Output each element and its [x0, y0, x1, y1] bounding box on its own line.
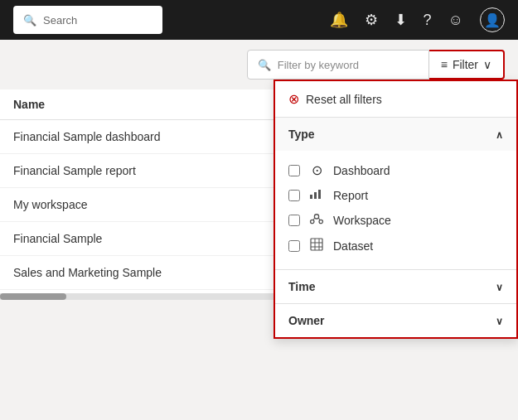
filter-chevron-icon: ∨ — [483, 58, 491, 71]
svg-line-8 — [318, 218, 320, 220]
search-placeholder: Search — [43, 14, 77, 27]
svg-point-5 — [311, 220, 314, 223]
filter-keyword-input[interactable]: 🔍 Filter by keyword — [247, 50, 429, 80]
time-section-label: Time — [288, 280, 315, 293]
svg-rect-9 — [311, 239, 322, 250]
dataset-checkbox[interactable] — [288, 240, 300, 252]
dataset-label: Dataset — [333, 239, 373, 253]
svg-rect-3 — [322, 188, 323, 200]
filter-button[interactable]: ≡ Filter ∨ — [429, 50, 505, 80]
type-section-header[interactable]: Type — [275, 118, 516, 151]
type-section: Type ⊙ Dashboard — [275, 118, 516, 270]
filter-option-report[interactable]: Report — [288, 183, 503, 208]
reset-label: Reset all filters — [306, 93, 382, 106]
svg-rect-0 — [310, 195, 312, 199]
svg-rect-1 — [314, 192, 317, 199]
report-checkbox[interactable] — [288, 190, 300, 201]
owner-chevron-down-icon — [496, 314, 503, 327]
svg-point-4 — [314, 215, 318, 219]
time-section-header[interactable]: Time — [275, 270, 516, 304]
top-navigation: 🔍 Search 🔔 ⚙ ⬇ ? ☺ 👤 — [0, 0, 518, 40]
workspace-checkbox[interactable] — [288, 215, 300, 226]
filter-lines-icon: ≡ — [441, 58, 448, 71]
dataset-icon — [308, 238, 325, 254]
filter-panel: ⊗ Reset all filters Type ⊙ Dashboard — [274, 80, 518, 339]
filter-option-workspace[interactable]: Workspace — [288, 208, 503, 233]
workspace-label: Workspace — [333, 214, 391, 227]
search-icon: 🔍 — [23, 14, 36, 27]
reset-filters-button[interactable]: ⊗ Reset all filters — [275, 81, 516, 118]
dashboard-icon: ⊙ — [308, 162, 325, 178]
type-section-label: Type — [288, 128, 315, 141]
search-box[interactable]: 🔍 Search — [13, 6, 162, 34]
avatar[interactable]: 👤 — [480, 7, 505, 32]
nav-icons: 🔔 ⚙ ⬇ ? ☺ 👤 — [330, 7, 505, 32]
smiley-icon[interactable]: ☺ — [448, 12, 463, 29]
time-chevron-down-icon — [496, 280, 503, 293]
main-content: 🔍 Filter by keyword ≡ Filter ∨ Name Ty F… — [0, 40, 518, 300]
workspace-icon — [308, 213, 325, 228]
dashboard-label: Dashboard — [333, 164, 390, 177]
report-icon — [308, 188, 325, 203]
settings-icon[interactable]: ⚙ — [365, 11, 378, 29]
filter-option-dashboard[interactable]: ⊙ Dashboard — [288, 157, 503, 183]
filter-keyword-placeholder: Filter by keyword — [278, 59, 359, 71]
search-icon-filter: 🔍 — [258, 59, 271, 71]
owner-section-header[interactable]: Owner — [275, 304, 516, 337]
scroll-thumb[interactable] — [0, 293, 66, 300]
download-icon[interactable]: ⬇ — [395, 11, 407, 29]
filter-option-dataset[interactable]: Dataset — [288, 233, 503, 259]
type-chevron-up-icon — [496, 128, 503, 141]
dashboard-checkbox[interactable] — [288, 165, 300, 176]
svg-point-6 — [319, 220, 322, 223]
report-label: Report — [333, 189, 368, 202]
owner-section-label: Owner — [288, 314, 325, 327]
type-options: ⊙ Dashboard Report — [275, 151, 516, 269]
bell-icon[interactable]: 🔔 — [330, 11, 348, 29]
svg-rect-2 — [318, 190, 321, 199]
svg-line-7 — [313, 218, 315, 220]
reset-icon: ⊗ — [288, 91, 299, 107]
help-icon[interactable]: ? — [424, 12, 432, 29]
filter-button-label: Filter — [453, 58, 478, 71]
